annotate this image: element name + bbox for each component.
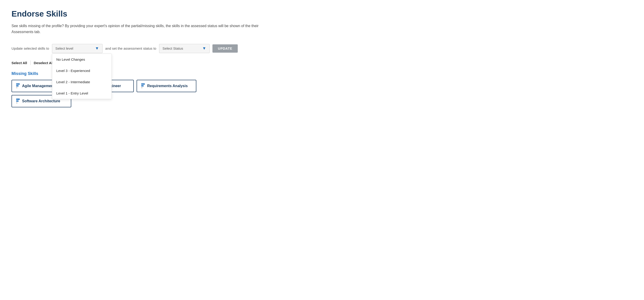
level-option-level1[interactable]: Level 1 - Entry Level [52,88,112,99]
status-select-text: Select Status [162,46,183,50]
status-chevron-icon: ▼ [202,46,206,50]
update-button[interactable]: UPDATE [212,44,238,53]
skill-level-icon [16,84,20,88]
skill-name-software: Software Architecture [22,99,60,103]
controls-row: Update selected skills to Select level ▼… [12,44,632,53]
page-description: See skills missing of the profile? By pr… [12,23,264,35]
mid-label: and set the assessment status to [105,46,156,50]
page-title: Endorse Skills [12,9,632,18]
skill-item-requirements[interactable]: Requirements Analysis [136,80,196,92]
skill-name-agile: Agile Management [22,84,54,88]
level-dropdown-container: Select level ▼ No Level Changes Level 3 … [52,44,102,53]
level-select-text: Select level [56,46,73,50]
level-option-no-change[interactable]: No Level Changes [52,54,112,65]
update-label: Update selected skills to [12,46,49,50]
level-select[interactable]: Select level ▼ [52,44,102,53]
skill-level-icon [141,84,145,88]
select-divider [30,60,30,65]
status-select[interactable]: Select Status ▼ [159,44,210,53]
level-chevron-icon: ▼ [95,46,99,50]
skill-name-requirements: Requirements Analysis [147,84,188,88]
level-dropdown-menu: No Level Changes Level 3 - Experienced L… [52,54,112,99]
deselect-all-button[interactable]: Deselect All [34,60,54,66]
level-option-level2[interactable]: Level 2 - Intermediate [52,76,112,88]
select-all-button[interactable]: Select All [12,60,27,66]
level-option-level3[interactable]: Level 3 - Experienced [52,65,112,76]
skill-level-icon [16,98,20,104]
